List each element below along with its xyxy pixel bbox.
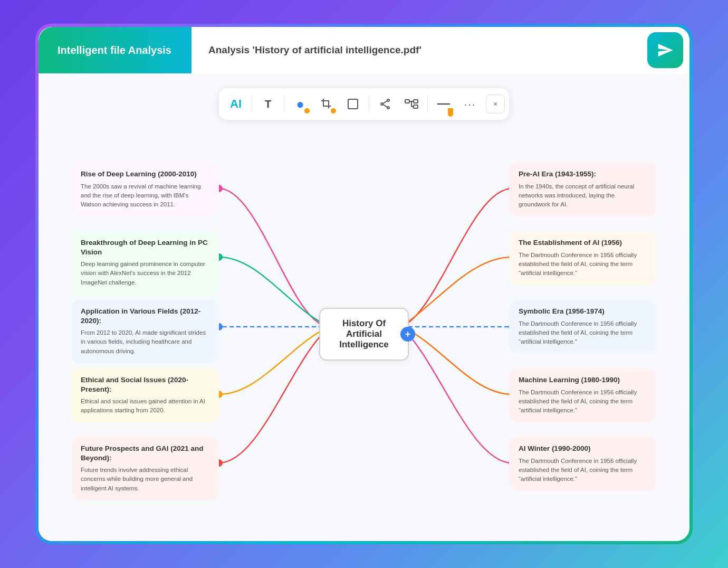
toolbar-more[interactable]: ··· <box>457 91 483 117</box>
send-button[interactable] <box>647 32 683 68</box>
branch-title-right-5: AI Winter (1990-2000) <box>519 444 647 453</box>
branch-body-right-5: The Dartmouth Conference in 1956 officia… <box>519 457 647 484</box>
file-label: Analysis 'History of artificial intellig… <box>191 44 647 56</box>
toolbar-text[interactable]: T <box>255 91 281 117</box>
branch-body-left-3: From 2012 to 2020, AI made significant s… <box>81 328 209 356</box>
toolbar-connect[interactable] <box>399 91 424 117</box>
svg-rect-7 <box>414 100 418 103</box>
branch-body-right-2: The Dartmouth Conference in 1956 officia… <box>519 251 647 278</box>
toolbar-rect[interactable] <box>340 91 366 117</box>
branch-card-left-3[interactable]: Application in Various Fields (2012-2020… <box>71 299 219 363</box>
brand-logo: Intelligent file Analysis <box>39 27 191 73</box>
branch-body-right-3: The Dartmouth Conference in 1956 officia… <box>519 319 647 347</box>
dot-yellow-2 <box>331 108 336 113</box>
branch-card-left-1[interactable]: Rise of Deep Learning (2000-2010) The 20… <box>71 162 219 216</box>
branch-card-left-4[interactable]: Ethical and Social Issues (2020-Present)… <box>71 368 219 423</box>
branch-body-left-5: Future trends involve addressing ethical… <box>81 466 209 493</box>
branch-title-right-1: Pre-AI Era (1943-1955): <box>519 169 647 179</box>
toolbar-divider-4 <box>427 96 428 112</box>
rect-icon <box>347 98 359 110</box>
branch-title-right-3: Symbolic Era (1956-1974) <box>519 307 647 316</box>
file-name: 'History of artificial intelligence.pdf' <box>252 44 421 55</box>
toolbar-close-button[interactable]: × <box>486 94 505 113</box>
branch-card-left-2[interactable]: Breakthrough of Deep Learning in PC Visi… <box>71 231 219 295</box>
dot-yellow-1 <box>304 108 310 113</box>
svg-rect-6 <box>405 100 409 103</box>
line-icon <box>436 102 451 106</box>
svg-rect-8 <box>414 105 418 108</box>
toolbar-circle[interactable]: ● <box>288 91 313 117</box>
toolbar-divider-2 <box>284 96 284 112</box>
brand-label: Intelligent file Analysis <box>58 44 171 56</box>
branch-card-right-3[interactable]: Symbolic Era (1956-1974) The Dartmouth C… <box>509 299 657 354</box>
branch-card-left-5[interactable]: Future Prospects and GAI (2021 and Beyon… <box>71 437 219 500</box>
svg-rect-0 <box>348 99 358 109</box>
branch-title-left-1: Rise of Deep Learning (2000-2010) <box>81 169 209 179</box>
branch-title-right-2: The Establishment of AI (1956) <box>519 238 647 248</box>
toolbar-divider-1 <box>252 96 252 112</box>
branch-title-left-2: Breakthrough of Deep Learning in PC Visi… <box>81 238 209 257</box>
branch-card-right-5[interactable]: AI Winter (1990-2000) The Dartmouth Conf… <box>509 437 657 491</box>
branch-card-right-4[interactable]: Machine Learning (1980-1990) The Dartmou… <box>509 368 657 422</box>
toolbar: AI T ● <box>219 88 509 120</box>
branch-body-left-1: The 2000s saw a revival of machine learn… <box>81 182 209 210</box>
connect-icon <box>405 98 418 110</box>
branch-title-left-4: Ethical and Social Issues (2020-Present)… <box>81 375 209 394</box>
svg-point-2 <box>381 103 383 105</box>
header: Intelligent file Analysis Analysis 'Hist… <box>39 27 689 73</box>
central-node-text: History Of Artificial Intelligence <box>339 318 389 349</box>
close-icon: × <box>493 100 497 108</box>
branch-body-right-4: The Dartmouth Conference in 1956 officia… <box>519 388 647 415</box>
branch-title-right-4: Machine Learning (1980-1990) <box>519 375 647 385</box>
svg-line-4 <box>383 101 387 103</box>
branch-title-left-3: Application in Various Fields (2012-2020… <box>81 307 209 325</box>
toolbar-share[interactable] <box>372 91 398 117</box>
dot-yellow-3 <box>448 108 453 113</box>
toolbar-ai[interactable]: AI <box>223 91 248 117</box>
branch-body-right-1: In the 1940s, the concept of artificial … <box>519 182 647 210</box>
branch-title-left-5: Future Prospects and GAI (2021 and Beyon… <box>81 444 209 462</box>
mindmap-canvas: History Of Artificial Intelligence + Ris… <box>39 131 689 541</box>
crop-icon <box>320 98 333 110</box>
central-node[interactable]: History Of Artificial Intelligence + <box>319 308 409 361</box>
send-icon <box>657 42 674 59</box>
svg-point-1 <box>387 99 389 101</box>
svg-point-3 <box>387 107 389 109</box>
branch-card-right-2[interactable]: The Establishment of AI (1956) The Dartm… <box>509 231 657 285</box>
branch-card-right-1[interactable]: Pre-AI Era (1943-1955): In the 1940s, th… <box>509 162 657 216</box>
branch-body-left-4: Ethical and social issues gained attenti… <box>81 397 209 415</box>
svg-line-5 <box>383 105 387 107</box>
content-area: AI T ● <box>39 73 689 541</box>
share-icon <box>379 98 391 110</box>
branch-body-left-2: Deep learning gained prominence in compu… <box>81 260 209 287</box>
toolbar-line[interactable] <box>431 91 456 117</box>
central-node-plus[interactable]: + <box>400 327 415 342</box>
toolbar-divider-3 <box>369 96 369 112</box>
svg-point-13 <box>448 111 453 117</box>
toolbar-crop[interactable] <box>314 91 339 117</box>
